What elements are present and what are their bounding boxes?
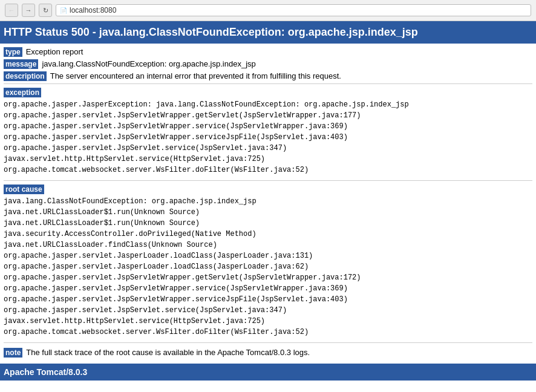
trace-line: java.net.URLClassLoader$1.run(Unknown So… bbox=[4, 207, 532, 218]
page-content: HTTP Status 500 - java.lang.ClassNotFoun… bbox=[0, 21, 536, 381]
trace-line: org.apache.jasper.servlet.JspServletWrap… bbox=[4, 283, 532, 294]
message-value: java.lang.ClassNotFoundException: org.ap… bbox=[42, 59, 255, 68]
note-label: note bbox=[4, 348, 22, 358]
message-label: message bbox=[4, 59, 38, 69]
type-row: type Exception report bbox=[4, 47, 532, 57]
browser-chrome: ← → ↻ 📄 localhost:8080 bbox=[0, 0, 536, 21]
trace-line: javax.servlet.http.HttpServlet.service(H… bbox=[4, 316, 532, 327]
root-cause-trace: java.lang.ClassNotFoundException: org.ap… bbox=[4, 196, 532, 338]
trace-line: org.apache.tomcat.websocket.server.WsFil… bbox=[4, 327, 532, 338]
note-value: The full stack trace of the root cause i… bbox=[26, 348, 310, 357]
trace-line: org.apache.jasper.JasperException: java.… bbox=[4, 99, 532, 110]
description-row: description The server encountered an in… bbox=[4, 71, 532, 81]
trace-line: org.apache.jasper.servlet.JspServletWrap… bbox=[4, 132, 532, 143]
trace-line: java.lang.ClassNotFoundException: org.ap… bbox=[4, 196, 532, 207]
back-button[interactable]: ← bbox=[5, 4, 18, 17]
trace-line: org.apache.jasper.servlet.JasperLoader.l… bbox=[4, 250, 532, 261]
type-value: Exception report bbox=[26, 47, 83, 56]
trace-line: org.apache.jasper.servlet.JasperLoader.l… bbox=[4, 261, 532, 272]
page-title: HTTP Status 500 - java.lang.ClassNotFoun… bbox=[0, 21, 536, 44]
divider-1 bbox=[4, 83, 532, 84]
exception-trace: org.apache.jasper.JasperException: java.… bbox=[4, 99, 532, 175]
trace-line: java.security.AccessController.doPrivile… bbox=[4, 229, 532, 240]
description-label: description bbox=[4, 71, 47, 81]
trace-line: java.net.URLClassLoader$1.run(Unknown So… bbox=[4, 218, 532, 229]
message-row: message java.lang.ClassNotFoundException… bbox=[4, 59, 532, 69]
description-value: The server encountered an internal error… bbox=[50, 71, 341, 80]
trace-line: java.net.URLClassLoader.findClass(Unknow… bbox=[4, 240, 532, 250]
refresh-button[interactable]: ↻ bbox=[39, 4, 52, 17]
trace-line: org.apache.jasper.servlet.JspServletWrap… bbox=[4, 294, 532, 305]
trace-line: javax.servlet.http.HttpServlet.service(H… bbox=[4, 154, 532, 165]
root-cause-header: root cause bbox=[4, 185, 532, 194]
root-cause-label: root cause bbox=[4, 185, 44, 194]
error-body: type Exception report message java.lang.… bbox=[0, 44, 536, 361]
trace-line: org.apache.jasper.servlet.JspServletWrap… bbox=[4, 121, 532, 132]
forward-button[interactable]: → bbox=[22, 4, 35, 17]
url-text: localhost:8080 bbox=[70, 6, 116, 15]
exception-header: exception bbox=[4, 88, 532, 97]
trace-line: org.apache.tomcat.websocket.server.WsFil… bbox=[4, 165, 532, 175]
page-footer: Apache Tomcat/8.0.3 bbox=[0, 364, 536, 381]
divider-2 bbox=[4, 180, 532, 181]
exception-label: exception bbox=[4, 88, 41, 97]
type-label: type bbox=[4, 47, 22, 57]
page-icon: 📄 bbox=[60, 7, 67, 14]
note-row: note The full stack trace of the root ca… bbox=[4, 348, 532, 358]
trace-line: org.apache.jasper.servlet.JspServlet.ser… bbox=[4, 305, 532, 316]
trace-line: org.apache.jasper.servlet.JspServletWrap… bbox=[4, 272, 532, 283]
trace-line: org.apache.jasper.servlet.JspServletWrap… bbox=[4, 110, 532, 121]
divider-3 bbox=[4, 342, 532, 343]
address-bar[interactable]: 📄 localhost:8080 bbox=[56, 4, 531, 16]
trace-line: org.apache.jasper.servlet.JspServlet.ser… bbox=[4, 143, 532, 154]
